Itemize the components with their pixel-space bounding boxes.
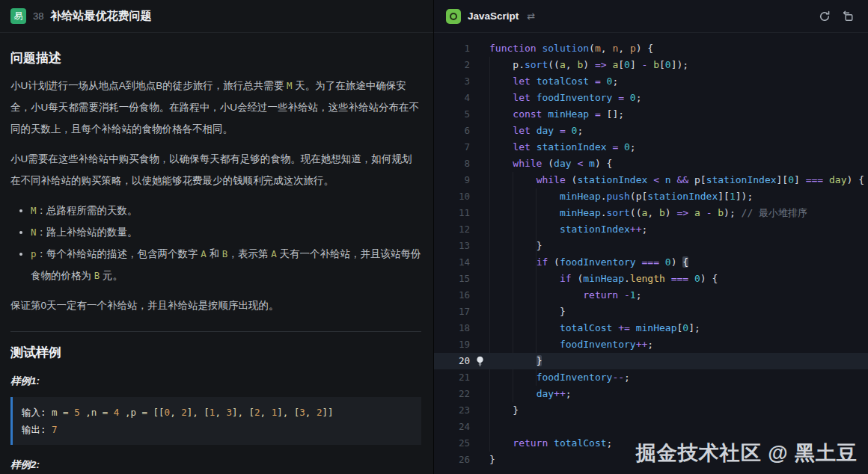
code-token: ;: [566, 388, 572, 399]
inline-code: M: [287, 80, 293, 91]
code-line[interactable]: 12 stationIndex++;: [434, 221, 868, 238]
gutter-space: [470, 336, 489, 353]
code-line[interactable]: 20 }: [434, 353, 868, 369]
line-number: 26: [434, 452, 470, 468]
code-token: [583, 158, 589, 169]
code-token: foodInventory: [537, 92, 613, 103]
sample-text: ,n =: [80, 407, 114, 418]
code-token: day: [829, 174, 846, 185]
gutter-space: [470, 106, 489, 123]
code-line[interactable]: 14 if (foodInventory === 0) {: [434, 254, 868, 271]
code-action-bulb[interactable]: [470, 353, 489, 369]
output-label: 输出:: [22, 424, 52, 435]
code-token: totalCost: [537, 76, 589, 87]
code-token: stationIndex: [577, 174, 647, 185]
gutter-space: [470, 221, 489, 238]
reset-code-button[interactable]: [816, 8, 833, 25]
sample-text: ], [: [277, 407, 299, 418]
code-token: (: [548, 256, 560, 268]
code-token: ;: [612, 76, 618, 87]
code-token: ]);: [671, 59, 688, 70]
language-selector[interactable]: JavaScript: [468, 10, 519, 22]
line-number: 12: [434, 221, 470, 238]
line-number: 24: [434, 419, 470, 435]
code-token: ;: [636, 289, 642, 301]
code-token: if: [560, 273, 572, 284]
line-number: 16: [434, 287, 470, 304]
code-line[interactable]: 9 while (stationIndex < n && p[stationIn…: [434, 172, 868, 188]
code-token: }: [560, 306, 566, 317]
sample-text: ,: [305, 407, 317, 418]
code-line[interactable]: 10 minHeap.push(p[stationIndex][1]);: [434, 188, 868, 205]
code-token: foodInventory: [560, 256, 636, 268]
code-line[interactable]: 21 foodInventory--;: [434, 369, 868, 386]
gutter-space: [470, 123, 489, 139]
code-line[interactable]: 24: [434, 419, 868, 435]
code-token: ++: [636, 339, 648, 350]
code-line[interactable]: 18 totalCost += minHeap[0];: [434, 320, 868, 336]
inline-code: p: [31, 248, 37, 259]
swap-language-icon[interactable]: ⇄: [527, 10, 535, 22]
line-number: 23: [434, 402, 470, 419]
code-token: ;: [624, 372, 630, 383]
code-line[interactable]: 13 }: [434, 238, 868, 254]
code-line[interactable]: 6 let day = 0;: [434, 123, 868, 139]
code-token: push: [607, 191, 630, 202]
code-token: ];: [688, 322, 700, 333]
code-line[interactable]: 17 }: [434, 304, 868, 320]
gutter-space: [470, 369, 489, 386]
code-token: ,: [601, 43, 613, 54]
text-segment: 和: [207, 248, 222, 259]
sample-number: 2: [254, 407, 260, 418]
code-token: (: [542, 158, 554, 169]
text-segment: ：总路程所需的天数。: [37, 205, 138, 216]
code-token: foodInventory: [560, 339, 636, 350]
code-token: [688, 207, 694, 218]
code-token: totalCost: [560, 322, 612, 333]
code-token: =: [618, 92, 624, 103]
text-segment: ，表示第: [227, 248, 271, 259]
inline-code: A: [201, 248, 207, 259]
problem-panel[interactable]: 易 38 补给站最优花费问题 问题描述 小U计划进行一场从地点A到地点B的徒步旅…: [0, 0, 434, 474]
code-line[interactable]: 26}: [434, 452, 868, 468]
code-token: [647, 174, 653, 185]
code-token: minHeap: [583, 273, 624, 284]
code-line[interactable]: 3 let totalCost = 0;: [434, 73, 868, 90]
code-token: --: [612, 372, 624, 383]
sample-label: 样例1:: [10, 375, 421, 388]
code-line[interactable]: 19 foodInventory++;: [434, 336, 868, 353]
code-token: 1: [630, 289, 636, 301]
code-line[interactable]: 23 }: [434, 402, 868, 419]
line-number: 6: [434, 123, 470, 139]
code-line[interactable]: 15 if (minHeap.length === 0) {: [434, 271, 868, 287]
code-token: ) {: [846, 174, 864, 185]
gutter-space: [470, 271, 489, 287]
code-token: <: [653, 174, 659, 185]
code-token: [659, 256, 665, 268]
code-line[interactable]: 5 const minHeap = [];: [434, 106, 868, 123]
code-line[interactable]: 8 while (day < m) {: [434, 156, 868, 172]
line-number: 10: [434, 188, 470, 205]
section-divider: [10, 331, 421, 332]
problem-body[interactable]: 问题描述 小U计划进行一场从地点A到地点B的徒步旅行，旅行总共需要 M 天。为了…: [0, 33, 433, 474]
code-line[interactable]: 22 day++;: [434, 386, 868, 402]
code-token: ;: [642, 224, 648, 235]
code-line[interactable]: 11 minHeap.sort((a, b) => a - b); // 最小堆…: [434, 205, 868, 221]
code-token: =: [595, 76, 601, 87]
code-line[interactable]: 25 return totalCost;: [434, 435, 868, 452]
code-editor[interactable]: 1function solution(m, n, p) {2 p.sort((a…: [434, 33, 868, 474]
code-line[interactable]: 7 let stationIndex = 0;: [434, 139, 868, 156]
code-line[interactable]: 16 return -1;: [434, 287, 868, 304]
code-text: minHeap.push(p[stationIndex][1]);: [489, 188, 753, 205]
code-token: ) {: [636, 43, 653, 54]
code-line[interactable]: 2 p.sort((a, b) => a[0] - b[0]);: [434, 57, 868, 73]
code-token: minHeap: [636, 322, 677, 333]
sample-number: 0: [165, 407, 171, 418]
gutter-space: [470, 402, 489, 419]
code-token: [700, 207, 706, 218]
collapse-panel-button[interactable]: [840, 8, 856, 25]
code-line[interactable]: 1function solution(m, n, p) {: [434, 40, 868, 57]
code-line[interactable]: 4 let foodInventory = 0;: [434, 90, 868, 106]
line-number: 5: [434, 106, 470, 123]
input-label: 输入:: [22, 407, 52, 418]
